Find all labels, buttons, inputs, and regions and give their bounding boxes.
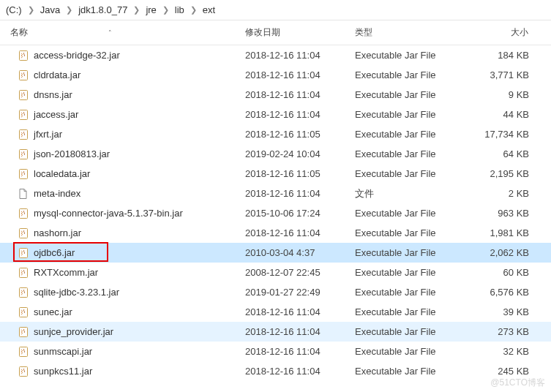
- breadcrumb-segment[interactable]: jdk1.8.0_77: [77, 3, 129, 17]
- chevron-right-icon: ❯: [66, 5, 72, 15]
- table-row[interactable]: sunec.jar2018-12-16 11:04Executable Jar …: [0, 302, 551, 322]
- file-type-cell: 文件: [355, 187, 465, 200]
- jar-file-icon: [18, 69, 29, 81]
- jar-file-icon: [18, 287, 29, 298]
- jar-file-icon: [18, 306, 29, 318]
- file-name-cell[interactable]: mysql-connector-java-5.1.37-bin.jar: [0, 208, 245, 219]
- table-row[interactable]: dnsns.jar2018-12-16 11:04Executable Jar …: [0, 85, 551, 105]
- chevron-right-icon: ❯: [162, 5, 169, 15]
- file-date-cell: 2018-12-16 11:04: [245, 227, 355, 238]
- column-header-name[interactable]: 名称 ˄: [0, 26, 245, 39]
- table-row[interactable]: sqlite-jdbc-3.23.1.jar2019-01-27 22:49Ex…: [0, 282, 551, 302]
- jar-file-icon: [18, 346, 29, 358]
- table-row[interactable]: sunmscapi.jar2018-12-16 11:04Executable …: [0, 342, 551, 361]
- jar-file-icon: [18, 168, 29, 180]
- file-name-cell[interactable]: sunmscapi.jar: [0, 346, 245, 358]
- file-list: access-bridge-32.jar2018-12-16 11:04Exec…: [0, 45, 551, 381]
- file-name-label: mysql-connector-java-5.1.37-bin.jar: [34, 208, 183, 219]
- jar-file-icon: [18, 247, 29, 259]
- table-row[interactable]: mysql-connector-java-5.1.37-bin.jar2015-…: [0, 203, 551, 223]
- file-size-cell: 245 KB: [465, 366, 538, 377]
- file-date-cell: 2018-12-16 11:05: [245, 129, 355, 140]
- file-name-label: jaccess.jar: [34, 109, 78, 120]
- file-name-cell[interactable]: sqlite-jdbc-3.23.1.jar: [0, 287, 245, 298]
- file-name-cell[interactable]: sunec.jar: [0, 306, 245, 318]
- table-row[interactable]: ojdbc6.jar2010-03-04 4:37Executable Jar …: [0, 243, 551, 263]
- file-name-cell[interactable]: ojdbc6.jar: [0, 247, 245, 259]
- file-name-label: sqlite-jdbc-3.23.1.jar: [34, 287, 119, 298]
- jar-file-icon: [18, 129, 29, 140]
- table-row[interactable]: json-20180813.jar2019-02-24 10:04Executa…: [0, 144, 551, 164]
- jar-file-icon: [18, 326, 29, 338]
- table-row[interactable]: access-bridge-32.jar2018-12-16 11:04Exec…: [0, 45, 551, 65]
- file-date-cell: 2018-12-16 11:04: [245, 69, 355, 80]
- table-row[interactable]: meta-index2018-12-16 11:04文件2 KB: [0, 184, 551, 203]
- column-header-name-label: 名称: [10, 26, 28, 39]
- watermark: @51CTO博客: [490, 377, 545, 381]
- breadcrumb-segment[interactable]: jre: [144, 3, 157, 17]
- column-header-date[interactable]: 修改日期: [245, 26, 355, 39]
- file-name-cell[interactable]: jaccess.jar: [0, 109, 245, 121]
- file-date-cell: 2018-12-16 11:04: [245, 326, 355, 337]
- file-date-cell: 2018-12-16 11:04: [245, 306, 355, 317]
- generic-file-icon: [18, 188, 29, 200]
- jar-file-icon: [18, 208, 29, 219]
- breadcrumb[interactable]: (C:) ❯ Java ❯ jdk1.8.0_77 ❯ jre ❯ lib ❯ …: [0, 0, 551, 20]
- file-name-label: sunjce_provider.jar: [34, 326, 113, 337]
- jar-file-icon: [18, 306, 29, 318]
- file-name-cell[interactable]: sunjce_provider.jar: [0, 326, 245, 338]
- file-date-cell: 2018-12-16 11:04: [245, 109, 355, 120]
- breadcrumb-segment[interactable]: (C:): [4, 3, 23, 17]
- file-type-cell: Executable Jar File: [355, 50, 465, 61]
- file-date-cell: 2010-03-04 4:37: [245, 247, 355, 258]
- file-name-label: nashorn.jar: [34, 227, 81, 238]
- file-name-cell[interactable]: localedata.jar: [0, 168, 245, 180]
- table-row[interactable]: sunpkcs11.jar2018-12-16 11:04Executable …: [0, 361, 551, 381]
- file-size-cell: 64 KB: [465, 148, 538, 159]
- table-row[interactable]: nashorn.jar2018-12-16 11:04Executable Ja…: [0, 223, 551, 243]
- table-row[interactable]: jaccess.jar2018-12-16 11:04Executable Ja…: [0, 105, 551, 124]
- breadcrumb-segment[interactable]: lib: [173, 3, 186, 17]
- column-header-type[interactable]: 类型: [355, 26, 465, 39]
- column-header-size[interactable]: 大小: [465, 26, 538, 39]
- file-name-label: cldrdata.jar: [34, 69, 80, 80]
- file-name-cell[interactable]: meta-index: [0, 188, 245, 200]
- breadcrumb-segment[interactable]: ext: [201, 3, 217, 17]
- file-date-cell: 2018-12-16 11:04: [245, 346, 355, 357]
- file-size-cell: 17,734 KB: [465, 129, 538, 140]
- jar-file-icon: [18, 168, 29, 180]
- file-type-cell: Executable Jar File: [355, 227, 465, 238]
- file-date-cell: 2018-12-16 11:04: [245, 188, 355, 199]
- table-row[interactable]: cldrdata.jar2018-12-16 11:04Executable J…: [0, 65, 551, 85]
- file-name-cell[interactable]: RXTXcomm.jar: [0, 267, 245, 279]
- file-name-cell[interactable]: nashorn.jar: [0, 227, 245, 239]
- file-name-label: access-bridge-32.jar: [34, 50, 120, 61]
- file-name-cell[interactable]: jfxrt.jar: [0, 129, 245, 140]
- jar-file-icon: [18, 148, 29, 160]
- file-name-label: localedata.jar: [34, 168, 90, 179]
- file-name-cell[interactable]: dnsns.jar: [0, 89, 245, 101]
- table-row[interactable]: sunjce_provider.jar2018-12-16 11:04Execu…: [0, 322, 551, 342]
- table-row[interactable]: RXTXcomm.jar2008-12-07 22:45Executable J…: [0, 263, 551, 282]
- file-name-cell[interactable]: sunpkcs11.jar: [0, 366, 245, 377]
- table-row[interactable]: localedata.jar2018-12-16 11:05Executable…: [0, 164, 551, 184]
- file-name-cell[interactable]: access-bridge-32.jar: [0, 50, 245, 61]
- file-name-cell[interactable]: json-20180813.jar: [0, 148, 245, 160]
- file-name-cell[interactable]: cldrdata.jar: [0, 69, 245, 81]
- table-row[interactable]: jfxrt.jar2018-12-16 11:05Executable Jar …: [0, 124, 551, 144]
- jar-file-icon: [18, 247, 29, 259]
- file-name-label: ojdbc6.jar: [34, 247, 75, 258]
- file-type-cell: Executable Jar File: [355, 267, 465, 278]
- file-size-cell: 44 KB: [465, 109, 538, 120]
- file-name-label: RXTXcomm.jar: [34, 267, 98, 278]
- jar-file-icon: [18, 109, 29, 121]
- jar-file-icon: [18, 267, 29, 279]
- file-type-cell: Executable Jar File: [355, 247, 465, 258]
- breadcrumb-segment[interactable]: Java: [39, 3, 61, 17]
- file-size-cell: 184 KB: [465, 50, 538, 61]
- file-size-cell: 39 KB: [465, 306, 538, 317]
- jar-file-icon: [18, 366, 29, 377]
- jar-file-icon: [18, 227, 29, 239]
- file-size-cell: 6,576 KB: [465, 287, 538, 298]
- file-size-cell: 273 KB: [465, 326, 538, 337]
